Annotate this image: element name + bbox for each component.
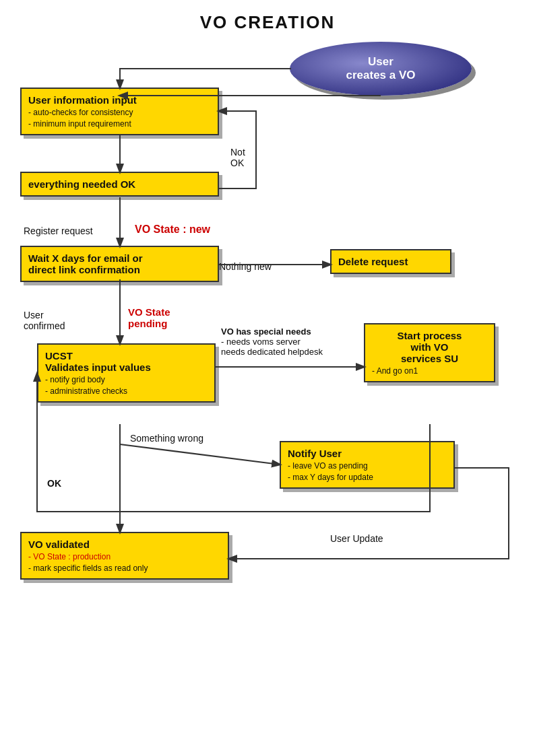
svg-line-7 bbox=[120, 444, 280, 465]
delete-request-box: Delete request bbox=[330, 249, 451, 274]
ok-label: OK bbox=[47, 478, 61, 489]
vo-state-new-label: VO State : new bbox=[135, 224, 210, 236]
something-wrong-label: Something wrong bbox=[130, 433, 203, 444]
page-title: VO CREATION bbox=[0, 12, 535, 33]
diagram: VO CREATION User creates a VO User infor… bbox=[0, 0, 535, 756]
vo-special-needs-label: VO has special needs - needs voms server… bbox=[221, 327, 323, 357]
everything-ok-box: everything needed OK bbox=[20, 172, 219, 197]
nothing-new-label: Nothing new bbox=[219, 261, 272, 272]
notify-user-box: Notify User - leave VO as pending - max … bbox=[280, 441, 455, 489]
vo-validated-box: VO validated - VO State : production - m… bbox=[20, 532, 229, 580]
register-request-label: Register request bbox=[24, 226, 93, 236]
ucst-box: UCST Validates input values - notify gri… bbox=[37, 343, 216, 403]
user-update-label: User Update bbox=[330, 533, 383, 544]
user-creates-vo: User creates a VO bbox=[290, 42, 472, 96]
not-ok-label: Not OK bbox=[230, 147, 245, 168]
vo-state-pending-label: VO State pending bbox=[128, 306, 170, 329]
user-confirmed-label: User confirmed bbox=[24, 310, 65, 331]
wait-email-box: Wait X days for email or direct link con… bbox=[20, 246, 219, 282]
start-process-box: Start process with VO services SU - And … bbox=[364, 323, 495, 382]
user-info-box: User information input - auto-checks for… bbox=[20, 88, 219, 135]
